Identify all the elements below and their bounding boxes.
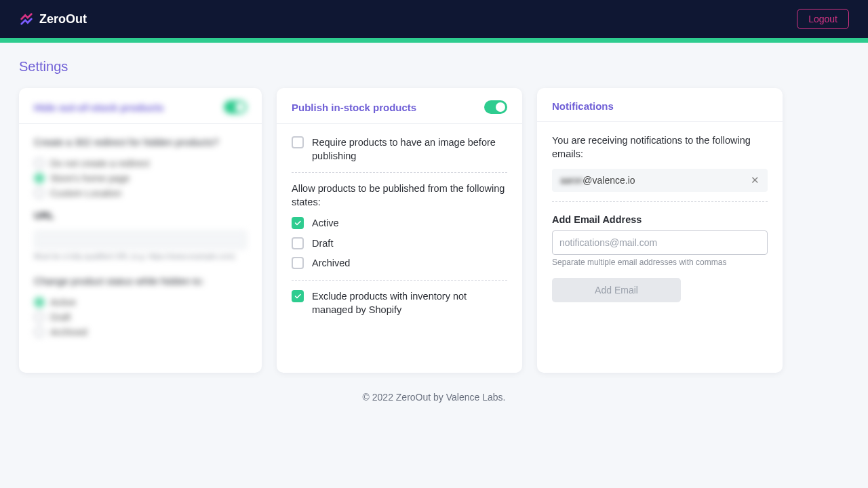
states-label: Allow products to be published from the … — [292, 182, 507, 209]
exclude-unmanaged-label: Exclude products with inventory not mana… — [312, 290, 507, 317]
brand-logo-icon — [19, 12, 34, 26]
add-email-label: Add Email Address — [552, 214, 768, 225]
state-active-label: Active — [312, 217, 339, 230]
radio-custom-location[interactable]: Custom Location — [34, 188, 247, 199]
url-input[interactable] — [34, 230, 247, 249]
add-email-button[interactable]: Add Email — [552, 278, 681, 302]
radio-status-draft[interactable]: Draft — [34, 312, 247, 323]
card-hide-out-of-stock: Hide out-of-stock products Create a 302 … — [19, 88, 262, 373]
card-publish-in-stock: Publish in-stock products Require produc… — [277, 88, 522, 373]
card-title: Hide out-of-stock products — [34, 102, 164, 113]
remove-email-icon[interactable]: ✕ — [751, 174, 760, 186]
url-label: URL — [34, 209, 247, 223]
separator — [552, 201, 768, 202]
logout-button[interactable]: Logout — [797, 9, 849, 29]
page-title: Settings — [19, 59, 849, 75]
redirect-question: Create a 302 redirect for hidden product… — [34, 136, 247, 150]
radio-status-archived[interactable]: Archived — [34, 327, 247, 338]
radio-home-page[interactable]: Store's home page — [34, 173, 247, 184]
exclude-unmanaged-checkbox[interactable] — [292, 290, 304, 302]
footer-text: © 2022 ZeroOut by Valence Labs. — [19, 392, 849, 403]
publish-toggle[interactable] — [484, 100, 507, 114]
top-bar: ZeroOut Logout — [0, 0, 868, 38]
state-draft-label: Draft — [312, 237, 333, 251]
state-archived-checkbox[interactable] — [292, 257, 304, 269]
state-draft-checkbox[interactable] — [292, 237, 304, 249]
status-label: Change product status while hidden to: — [34, 275, 247, 289]
radio-status-active[interactable]: Active — [34, 297, 247, 308]
email-chip: aaron@valence.io ✕ — [552, 169, 768, 192]
separator — [292, 280, 507, 281]
radio-no-redirect[interactable]: Do not create a redirect — [34, 158, 247, 169]
email-input[interactable] — [552, 230, 768, 255]
brand: ZeroOut — [19, 12, 87, 26]
separator — [292, 172, 507, 173]
email-help-text: Separate multiple email addresses with c… — [552, 258, 768, 267]
state-archived-label: Archived — [312, 257, 350, 270]
state-active-checkbox[interactable] — [292, 217, 304, 229]
card-title: Notifications — [552, 100, 614, 112]
brand-name: ZeroOut — [39, 12, 87, 26]
accent-strip — [0, 38, 868, 43]
email-value: aaron@valence.io — [560, 175, 635, 186]
card-title: Publish in-stock products — [292, 102, 416, 113]
url-help: Must be a fully-qualified URL (e.g. http… — [34, 252, 247, 260]
notif-intro: You are receiving notifications to the f… — [552, 134, 768, 161]
require-image-label: Require products to have an image before… — [312, 136, 507, 163]
require-image-checkbox[interactable] — [292, 136, 304, 148]
card-notifications: Notifications You are receiving notifica… — [537, 88, 783, 373]
hide-toggle[interactable] — [224, 100, 247, 114]
